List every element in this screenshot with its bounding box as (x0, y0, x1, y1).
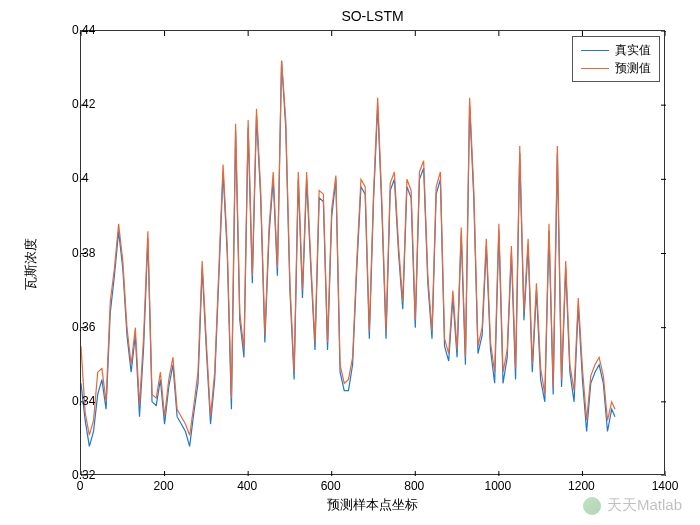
x-tick: 1200 (568, 479, 595, 493)
series-canvas (81, 31, 666, 476)
x-tick: 0 (77, 479, 84, 493)
legend: 真实值 预测值 (572, 36, 660, 82)
legend-item-pred: 预测值 (581, 59, 651, 77)
y-axis-label: 瓦斯浓度 (22, 238, 40, 290)
x-tick: 400 (237, 479, 257, 493)
legend-swatch-pred (581, 68, 609, 69)
watermark-text: 天天Matlab (607, 496, 682, 515)
plot-area (80, 30, 665, 475)
legend-label-true: 真实值 (615, 42, 651, 59)
x-tick: 1000 (484, 479, 511, 493)
watermark: 天天Matlab (583, 496, 682, 515)
chart-title: SO-LSTM (80, 8, 665, 24)
legend-swatch-true (581, 50, 609, 51)
x-tick: 800 (404, 479, 424, 493)
series-line-1 (81, 61, 615, 436)
chart-container: SO-LSTM 0.320.340.360.380.40.420.44 0200… (0, 0, 700, 525)
series-line-0 (81, 61, 615, 447)
x-tick: 1400 (652, 479, 679, 493)
x-tick: 200 (154, 479, 174, 493)
legend-label-pred: 预测值 (615, 60, 651, 77)
legend-item-true: 真实值 (581, 41, 651, 59)
wechat-icon (583, 497, 601, 515)
x-axis-label: 预测样本点坐标 (80, 496, 665, 514)
x-tick: 600 (321, 479, 341, 493)
